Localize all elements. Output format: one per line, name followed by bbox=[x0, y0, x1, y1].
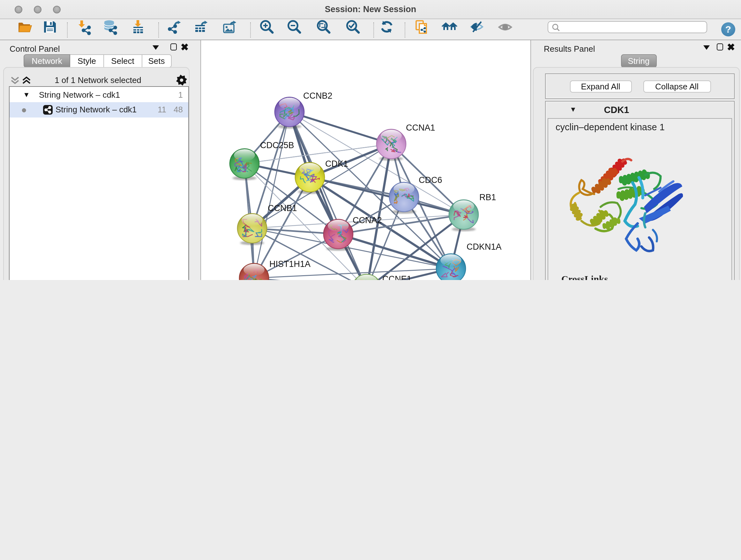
svg-text:RB1: RB1 bbox=[479, 192, 496, 202]
svg-text:CCNB1: CCNB1 bbox=[268, 203, 297, 212]
svg-text:HIST1H1A: HIST1H1A bbox=[269, 259, 311, 268]
svg-text:CCNB2: CCNB2 bbox=[303, 91, 333, 100]
svg-text:CCNE1: CCNE1 bbox=[382, 274, 412, 280]
svg-text:CDC25B: CDC25B bbox=[260, 140, 294, 150]
svg-text:CCNA2: CCNA2 bbox=[353, 215, 382, 225]
svg-text:CDK1: CDK1 bbox=[325, 159, 348, 168]
svg-text:CDKN1A: CDKN1A bbox=[467, 242, 502, 251]
svg-text:CCNA1: CCNA1 bbox=[406, 123, 435, 132]
svg-text:CDC6: CDC6 bbox=[419, 175, 442, 185]
